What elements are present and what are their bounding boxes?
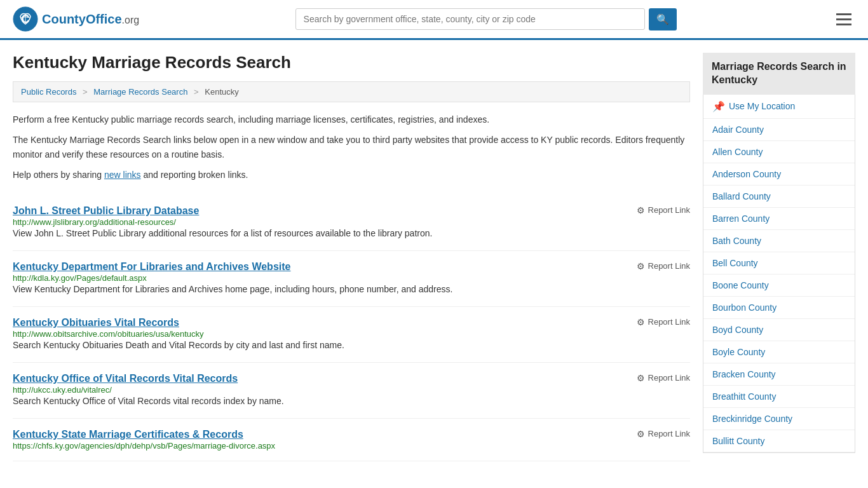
record-url[interactable]: http://ukcc.uky.edu/vitalrec/ [13,385,112,395]
menu-button[interactable] [832,10,855,29]
county-link[interactable]: Ballard County [712,191,771,201]
sidebar-county-item: Boyle County [703,341,855,363]
sidebar-county-item: Bath County [703,230,855,252]
logo-text: CountyOffice.org [42,12,139,27]
search-icon: 🔍 [656,14,669,25]
record-title[interactable]: Kentucky Office of Vital Records Vital R… [13,373,238,384]
page-title: Kentucky Marriage Records Search [13,53,690,72]
record-header: John L. Street Public Library Database ⚙… [13,205,690,217]
menu-bar-1 [836,13,851,15]
record-title[interactable]: Kentucky Obituaries Vital Records [13,317,179,329]
record-url[interactable]: http://kdla.ky.gov/Pages/default.aspx [13,273,147,283]
description-1: Perform a free Kentucky public marriage … [13,112,690,126]
county-link[interactable]: Adair County [712,125,764,135]
report-link[interactable]: ⚙ Report Link [637,429,690,439]
report-link-label: Report Link [648,429,690,438]
sidebar-county-item: Boone County [703,274,855,297]
sidebar-county-item: Bullitt County [703,430,855,452]
county-link[interactable]: Breckinridge County [712,414,792,424]
record-desc: Search Kentucky Obituaries Death and Vit… [13,339,690,352]
sidebar-county-item: Bracken County [703,363,855,386]
county-link[interactable]: Boyle County [712,347,765,357]
record-item: Kentucky State Marriage Certificates & R… [13,419,690,461]
record-title[interactable]: Kentucky Department For Libraries and Ar… [13,261,290,273]
record-header: Kentucky Obituaries Vital Records ⚙ Repo… [13,317,690,329]
report-link[interactable]: ⚙ Report Link [637,317,690,327]
record-title[interactable]: Kentucky State Marriage Certificates & R… [13,429,243,440]
record-item: Kentucky Office of Vital Records Vital R… [13,363,690,419]
record-title[interactable]: John L. Street Public Library Database [13,205,199,217]
sidebar-county-item: Anderson County [703,163,855,186]
breadcrumb-public-records[interactable]: Public Records [21,87,76,97]
record-item: Kentucky Obituaries Vital Records ⚙ Repo… [13,307,690,363]
new-links-link[interactable]: new links [104,170,141,180]
sidebar-county-item: Breathitt County [703,386,855,408]
county-link[interactable]: Allen County [712,147,763,157]
sidebar-county-item: Breckinridge County [703,408,855,430]
sidebar-content: 📌 Use My Location Adair CountyAllen Coun… [703,95,855,453]
records-list: John L. Street Public Library Database ⚙… [13,195,690,461]
logo[interactable]: C CountyOffice.org [13,6,139,32]
sidebar-county-item: Boyd County [703,319,855,341]
county-link[interactable]: Bath County [712,236,761,246]
sidebar-county-item: Allen County [703,141,855,163]
description-3-post: and reporting broken links. [141,170,248,180]
site-header: C CountyOffice.org 🔍 [0,0,868,40]
use-my-location[interactable]: 📌 Use My Location [703,95,855,119]
menu-bar-3 [836,24,851,25]
main-content: Kentucky Marriage Records Search Public … [13,53,690,461]
breadcrumb-sep-1: > [83,87,88,97]
report-link[interactable]: ⚙ Report Link [637,261,690,271]
logo-icon: C [13,6,38,32]
county-link[interactable]: Bullitt County [712,436,764,446]
report-link[interactable]: ⚙ Report Link [637,205,690,215]
description-2: The Kentucky Marriage Records Search lin… [13,133,690,161]
search-button[interactable]: 🔍 [649,8,677,30]
description-3: Help others by sharing new links and rep… [13,168,690,182]
report-icon: ⚙ [637,373,645,383]
report-icon: ⚙ [637,261,645,271]
sidebar-county-item: Barren County [703,208,855,230]
report-link-label: Report Link [648,317,690,327]
county-link[interactable]: Bourbon County [712,302,776,313]
main-container: Kentucky Marriage Records Search Public … [0,40,868,474]
county-list: Adair CountyAllen CountyAnderson CountyB… [703,119,855,452]
report-link-label: Report Link [648,261,690,271]
record-header: Kentucky State Marriage Certificates & R… [13,429,690,440]
report-icon: ⚙ [637,205,645,215]
sidebar: Marriage Records Search in Kentucky 📌 Us… [703,53,855,461]
location-pin-icon: 📌 [712,100,725,112]
sidebar-county-item: Bourbon County [703,297,855,319]
county-link[interactable]: Barren County [712,214,770,224]
report-link-label: Report Link [648,373,690,383]
record-url[interactable]: http://www.obitsarchive.com/obituaries/u… [13,329,204,339]
report-icon: ⚙ [637,429,645,439]
record-desc: Search Kentucky Office of Vital Records … [13,395,690,408]
breadcrumb-marriage-records-search[interactable]: Marriage Records Search [93,87,187,97]
record-url[interactable]: https://chfs.ky.gov/agencies/dph/dehp/vs… [13,441,275,451]
use-location-label: Use My Location [729,101,795,111]
county-link[interactable]: Anderson County [712,169,781,179]
record-item: Kentucky Department For Libraries and Ar… [13,251,690,307]
record-desc: View Kentucky Department for Libraries a… [13,283,690,296]
sidebar-county-item: Adair County [703,119,855,141]
breadcrumb-sep-2: > [194,87,199,97]
breadcrumb: Public Records > Marriage Records Search… [13,81,690,102]
county-link[interactable]: Bell County [712,258,758,268]
sidebar-title: Marriage Records Search in Kentucky [703,53,855,95]
report-link[interactable]: ⚙ Report Link [637,373,690,383]
record-header: Kentucky Department For Libraries and Ar… [13,261,690,273]
record-desc: View John L. Street Public Library addit… [13,227,690,240]
search-input[interactable] [295,8,645,30]
record-item: John L. Street Public Library Database ⚙… [13,195,690,251]
menu-bar-2 [836,18,851,20]
breadcrumb-kentucky: Kentucky [205,87,238,97]
county-link[interactable]: Bracken County [712,369,776,379]
county-link[interactable]: Boyd County [712,325,763,335]
county-link[interactable]: Breathitt County [712,391,776,402]
report-icon: ⚙ [637,317,645,327]
record-url[interactable]: http://www.jlslibrary.org/additional-res… [13,217,176,227]
county-link[interactable]: Boone County [712,280,769,290]
sidebar-county-item: Ballard County [703,186,855,208]
sidebar-county-item: Bell County [703,252,855,274]
